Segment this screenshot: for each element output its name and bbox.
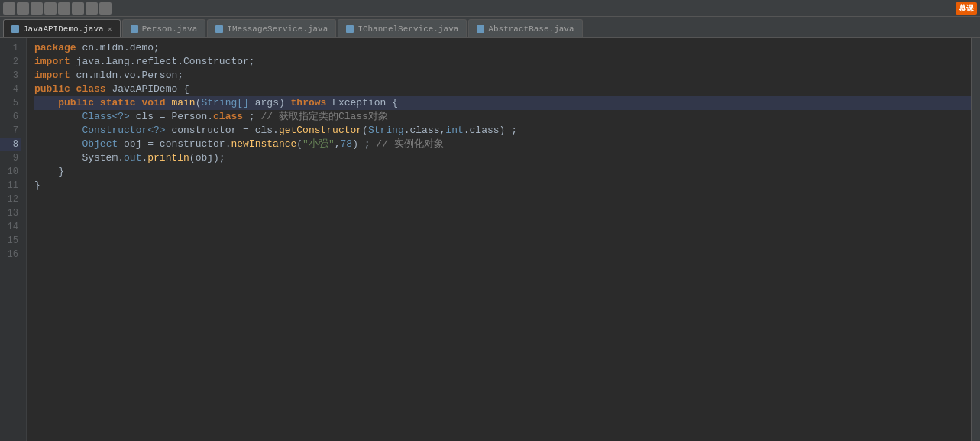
method-main: main bbox=[171, 96, 195, 110]
tab-icon-4 bbox=[346, 25, 354, 33]
type-string-array: String[] bbox=[202, 96, 249, 110]
kw-out: out bbox=[124, 151, 141, 165]
type-object: Object bbox=[82, 138, 118, 151]
tab-label-3: IMessageService.java bbox=[227, 24, 328, 34]
editor-area: 1 2 3 4 5 6 7 8 9 10 11 12 13 14 15 16 p… bbox=[0, 38, 980, 441]
kw-public-static: public static void bbox=[58, 96, 165, 110]
code-line-11: Object obj = constructor.newInstance("小强… bbox=[34, 138, 971, 151]
line-num-11: 11 bbox=[0, 179, 21, 193]
line-num-9: 9 bbox=[0, 151, 21, 165]
code-line-8: public static void main(String[] args) t… bbox=[34, 96, 971, 110]
code-line-13: } bbox=[34, 165, 971, 179]
type-int-class: int bbox=[445, 124, 463, 138]
tab-label-1: JavaAPIDemo.java bbox=[23, 24, 104, 34]
tab-abstractbase[interactable]: AbstractBase.java bbox=[468, 19, 582, 37]
kw-throws: throws bbox=[291, 96, 327, 110]
code-content[interactable]: package cn.mldn.demo; import java.lang.r… bbox=[27, 38, 971, 441]
right-scrollbar[interactable] bbox=[971, 38, 980, 441]
line-num-15: 15 bbox=[0, 234, 21, 248]
tab-bar: JavaAPIDemo.java ✕ Person.java IMessageS… bbox=[0, 17, 980, 38]
kw-class-ref: class bbox=[213, 110, 243, 124]
toolbar-icon-3[interactable] bbox=[31, 2, 43, 15]
code-line-9: Class<?> cls = Person.class ; // 获取指定类的C… bbox=[34, 110, 971, 124]
line-num-3: 3 bbox=[0, 69, 21, 83]
toolbar-icon-7[interactable] bbox=[86, 2, 98, 15]
tab-icon-1 bbox=[11, 25, 19, 33]
line-num-1: 1 bbox=[0, 41, 21, 55]
line-num-2: 2 bbox=[0, 55, 21, 69]
toolbar-icon-6[interactable] bbox=[72, 2, 84, 15]
string-xiaoqiang: "小强" bbox=[302, 138, 335, 151]
method-newinstance: newInstance bbox=[231, 138, 296, 151]
line-num-16: 16 bbox=[0, 248, 21, 261]
type-string-class: String bbox=[368, 124, 404, 138]
tab-icon-5 bbox=[477, 25, 484, 33]
line-num-14: 14 bbox=[0, 220, 21, 234]
kw-import-2: import bbox=[34, 69, 70, 83]
tab-imessageservice[interactable]: IMessageService.java bbox=[207, 19, 336, 37]
tab-close-1[interactable]: ✕ bbox=[108, 24, 112, 34]
toolbar-icon-4[interactable] bbox=[44, 2, 57, 15]
line-num-7: 7 bbox=[0, 124, 21, 138]
code-line-3: import java.lang.reflect.Constructor; bbox=[34, 55, 971, 69]
line-numbers: 1 2 3 4 5 6 7 8 9 10 11 12 13 14 15 16 bbox=[0, 38, 27, 441]
tab-label-5: AbstractBase.java bbox=[488, 24, 574, 34]
line-num-4: 4 bbox=[0, 83, 21, 96]
comment-2: // 实例化对象 bbox=[376, 138, 443, 151]
comment-1: // 获取指定类的Class对象 bbox=[260, 110, 387, 124]
kw-import-1: import bbox=[34, 55, 70, 69]
line-num-5: 5 bbox=[0, 96, 21, 110]
toolbar-icon-8[interactable] bbox=[99, 2, 112, 15]
toolbar: 慕课 bbox=[0, 0, 980, 17]
line-num-13: 13 bbox=[0, 206, 21, 220]
line-num-12: 12 bbox=[0, 193, 21, 206]
code-line-12: System.out.println(obj); bbox=[34, 151, 971, 165]
line-num-10: 10 bbox=[0, 165, 21, 179]
code-line-1: package cn.mldn.demo; bbox=[34, 41, 971, 55]
code-line-14: } bbox=[34, 179, 971, 193]
logo-badge: 慕课 bbox=[956, 2, 977, 15]
tab-label-4: IChannelService.java bbox=[357, 24, 458, 34]
type-class: Class<?> bbox=[82, 110, 129, 124]
toolbar-icons bbox=[3, 2, 112, 15]
kw-package: package bbox=[34, 41, 76, 55]
toolbar-icon-5[interactable] bbox=[58, 2, 70, 15]
code-line-7: public class JavaAPIDemo { bbox=[34, 83, 971, 96]
code-line-5: import cn.mldn.vo.Person; bbox=[34, 69, 971, 83]
toolbar-icon-1[interactable] bbox=[3, 2, 15, 15]
kw-public-class: public class bbox=[34, 83, 106, 96]
tab-person[interactable]: Person.java bbox=[122, 19, 206, 37]
method-println: println bbox=[147, 151, 189, 165]
tab-javaapidem[interactable]: JavaAPIDemo.java ✕ bbox=[3, 19, 121, 37]
method-getconstructor: getConstructor bbox=[279, 124, 362, 138]
tab-icon-2 bbox=[131, 25, 138, 33]
code-line-10: Constructor<?> constructor = cls.getCons… bbox=[34, 124, 971, 138]
tab-icon-3 bbox=[215, 25, 223, 33]
ide-window: 慕课 JavaAPIDemo.java ✕ Person.java IMessa… bbox=[0, 0, 980, 441]
line-num-8: 8 bbox=[0, 138, 21, 151]
tab-label-2: Person.java bbox=[142, 24, 198, 34]
line-num-6: 6 bbox=[0, 110, 21, 124]
type-constructor: Constructor<?> bbox=[82, 124, 165, 138]
tab-ichannelservice[interactable]: IChannelService.java bbox=[338, 19, 467, 37]
toolbar-icon-2[interactable] bbox=[17, 2, 29, 15]
number-78: 78 bbox=[341, 138, 353, 151]
